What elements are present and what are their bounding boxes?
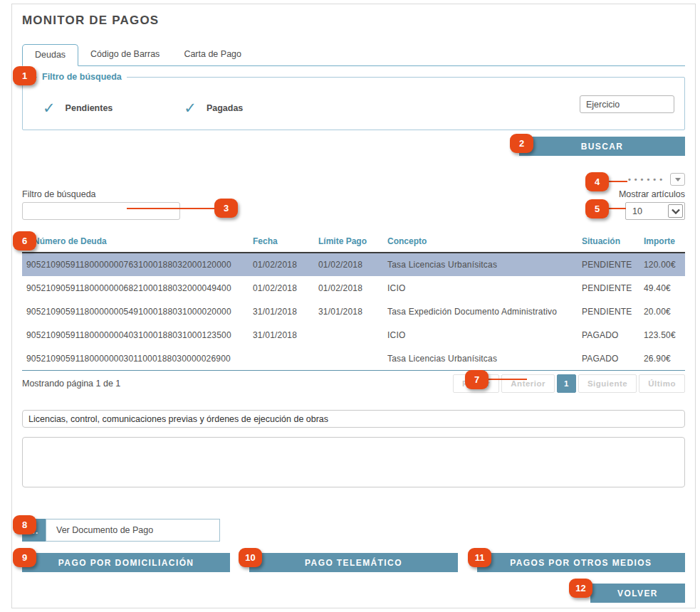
tab-deudas[interactable]: Deudas [22, 44, 78, 66]
annotation-badge-6: 6 [13, 231, 36, 250]
annotation-badge-9: 9 [13, 548, 36, 567]
pago-domiciliacion-button[interactable]: PAGO POR DOMICILIACIÓN [22, 553, 230, 572]
monitor-de-pagos-screen: MONITOR DE PAGOS Deudas Código de Barras… [0, 0, 700, 612]
annotation-badge-1: 1 [13, 66, 36, 85]
buscar-row: BUSCAR [22, 137, 685, 156]
annotation-badge-3: 3 [214, 199, 238, 218]
tab-carta-de-pago[interactable]: Carta de Pago [172, 44, 254, 65]
cell-numero: 9052109059118000000068210001880320000494… [22, 276, 249, 300]
search-filter-legend: Filtro de búsqueda [37, 72, 127, 82]
checkbox-pendientes-label: Pendientes [66, 103, 113, 113]
cell-fecha: 31/01/2018 [249, 323, 314, 347]
cell-limite [314, 323, 383, 347]
tab-codigo-de-barras[interactable]: Código de Barras [78, 44, 172, 65]
annotation-badge-5: 5 [585, 199, 609, 218]
debt-table: Número de Deuda Fecha Límite Pago Concep… [22, 232, 685, 370]
page-frame: MONITOR DE PAGOS Deudas Código de Barras… [11, 4, 696, 608]
cell-concepto: Tasa Expedición Documento Administrativo [383, 300, 578, 323]
table-header-row: Número de Deuda Fecha Límite Pago Concep… [22, 232, 685, 253]
list-display-block: •••••• Mostrar artículos 10 [619, 173, 685, 220]
annotation-line-4 [606, 181, 627, 182]
cell-importe: 120.00€ [639, 253, 685, 276]
check-icon: ✓ [184, 100, 197, 115]
cell-situacion: PENDIENTE [578, 300, 639, 323]
dots-row: •••••• [628, 173, 685, 186]
annotation-badge-2: 2 [510, 134, 533, 153]
col-header-importe[interactable]: Importe [639, 232, 685, 253]
search-filter-fieldset: Filtro de búsqueda ✓ Pendientes ✓ Pagada… [22, 72, 685, 130]
table-row[interactable]: 9052109059118000000054910001880310000200… [22, 300, 685, 323]
annotation-badge-7: 7 [465, 370, 489, 389]
cell-concepto: Tasa Licencias Urbanísitcas [383, 347, 578, 370]
checkbox-pendientes[interactable]: ✓ Pendientes [43, 100, 113, 115]
page-size-select[interactable]: 10 [625, 202, 685, 220]
table-row[interactable]: 9052109059118000000030110001880300000269… [22, 347, 685, 370]
cell-limite: 01/02/2018 [314, 276, 383, 300]
page-title: MONITOR DE PAGOS [22, 14, 685, 28]
annotation-badge-4: 4 [585, 172, 609, 191]
pagination-next-button[interactable]: Siguiente [578, 374, 637, 393]
checkbox-pagadas[interactable]: ✓ Pagadas [184, 100, 243, 115]
document-row: ... Ver Documento de Pago [22, 519, 685, 542]
columns-dropdown-button[interactable] [670, 173, 685, 186]
list-filter-input[interactable] [22, 202, 180, 220]
cell-fecha [249, 347, 314, 370]
cell-numero: 9052109059118000000054910001880310000200… [22, 300, 249, 323]
checkbox-pagadas-label: Pagadas [207, 103, 243, 113]
ver-documento-box[interactable]: Ver Documento de Pago [46, 519, 220, 542]
pago-telematico-button[interactable]: PAGO TELEMÁTICO [249, 553, 457, 572]
check-icon: ✓ [43, 100, 56, 115]
cell-numero: 9052109059118000000076310001880320001200… [22, 253, 249, 276]
ejercicio-input[interactable] [580, 95, 674, 113]
pagination-page-1-button[interactable]: 1 [557, 374, 576, 393]
annotation-badge-11: 11 [468, 548, 491, 567]
cell-importe: 49.40€ [639, 276, 685, 300]
table-row[interactable]: 9052109059118000000040310001880310001235… [22, 323, 685, 347]
cell-concepto: ICIO [383, 276, 578, 300]
col-header-fecha[interactable]: Fecha [249, 232, 314, 253]
list-filter-block: Filtro de búsqueda [22, 189, 180, 220]
pagination-prev-button[interactable]: Anterior [501, 374, 555, 393]
cell-fecha: 01/02/2018 [249, 253, 314, 276]
cell-concepto: Tasa Licencias Urbanísitcas [383, 253, 578, 276]
col-header-numero[interactable]: Número de Deuda [22, 232, 249, 253]
list-filter-label: Filtro de búsqueda [22, 189, 180, 199]
volver-button[interactable]: VOLVER [590, 584, 685, 603]
tab-bar: Deudas Código de Barras Carta de Pago [22, 44, 685, 66]
col-header-limite[interactable]: Límite Pago [314, 232, 383, 253]
cell-fecha: 01/02/2018 [249, 276, 314, 300]
cell-importe: 26.90€ [639, 347, 685, 370]
annotation-badge-12: 12 [569, 579, 592, 598]
cell-concepto: ICIO [383, 323, 578, 347]
pagos-otros-medios-button[interactable]: PAGOS POR OTROS MEDIOS [477, 553, 685, 572]
cell-numero: 9052109059118000000030110001880300000269… [22, 347, 249, 370]
cell-limite [314, 347, 383, 370]
cell-limite: 31/01/2018 [314, 300, 383, 323]
annotation-badge-10: 10 [239, 548, 262, 567]
buscar-button[interactable]: BUSCAR [519, 137, 685, 156]
col-header-concepto[interactable]: Concepto [383, 232, 578, 253]
pagination-row: Mostrando página 1 de 1 Primer Anterior … [22, 374, 685, 393]
pagination-status: Mostrando página 1 de 1 [22, 379, 120, 389]
cell-limite: 01/02/2018 [314, 253, 383, 276]
cell-importe: 20.00€ [639, 300, 685, 323]
annotation-line-7 [486, 379, 527, 380]
cell-situacion: PAGADO [578, 323, 639, 347]
table-row[interactable]: 9052109059118000000068210001880320000494… [22, 276, 685, 300]
cell-situacion: PENDIENTE [578, 276, 639, 300]
debt-table-wrap: Número de Deuda Fecha Límite Pago Concep… [22, 232, 685, 371]
cell-importe: 123.50€ [639, 323, 685, 347]
concept-description-input[interactable] [22, 410, 685, 428]
annotation-line-5 [606, 208, 626, 209]
col-header-situacion[interactable]: Situación [578, 232, 639, 253]
cell-situacion: PENDIENTE [578, 253, 639, 276]
column-dots: •••••• [628, 175, 666, 184]
cell-numero: 9052109059118000000040310001880310001235… [22, 323, 249, 347]
details-textarea[interactable] [22, 437, 685, 487]
chevron-down-icon [668, 204, 683, 218]
annotation-badge-8: 8 [13, 515, 36, 534]
annotation-line-3 [127, 208, 216, 209]
cell-situacion: PAGADO [578, 347, 639, 370]
table-row[interactable]: 9052109059118000000076310001880320001200… [22, 253, 685, 276]
pagination-last-button[interactable]: Último [639, 374, 685, 393]
